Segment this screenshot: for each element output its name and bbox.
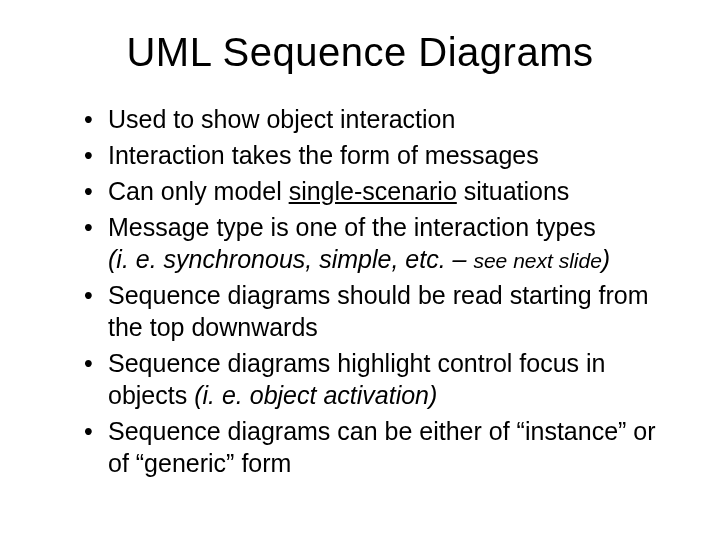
list-item: Sequence diagrams should be read startin… — [84, 279, 670, 343]
list-item: Sequence diagrams highlight control focu… — [84, 347, 670, 411]
bullet-text-pre: Can only model — [108, 177, 289, 205]
bullet-text-line1: Message type is one of the interaction t… — [108, 213, 596, 241]
bullet-text-italic-small: see next slide — [473, 249, 601, 272]
bullet-text-underline: single-scenario — [289, 177, 457, 205]
list-item: Interaction takes the form of messages — [84, 139, 670, 171]
bullet-text: Sequence diagrams can be either of “inst… — [108, 417, 656, 477]
list-item: Can only model single-scenario situation… — [84, 175, 670, 207]
bullet-text-italic-pre: (i. e. synchronous, simple, etc. – — [108, 245, 473, 273]
bullet-text: Interaction takes the form of messages — [108, 141, 539, 169]
list-item: Message type is one of the interaction t… — [84, 211, 670, 275]
bullet-text: Used to show object interaction — [108, 105, 455, 133]
list-item: Sequence diagrams can be either of “inst… — [84, 415, 670, 479]
bullet-text-italic-post: ) — [602, 245, 610, 273]
list-item: Used to show object interaction — [84, 103, 670, 135]
bullet-text-post: situations — [457, 177, 570, 205]
bullet-list: Used to show object interaction Interact… — [50, 103, 670, 479]
bullet-text: Sequence diagrams should be read startin… — [108, 281, 649, 341]
slide-title: UML Sequence Diagrams — [50, 30, 670, 75]
bullet-text-italic: (i. e. object activation) — [194, 381, 437, 409]
slide: UML Sequence Diagrams Used to show objec… — [0, 0, 720, 540]
